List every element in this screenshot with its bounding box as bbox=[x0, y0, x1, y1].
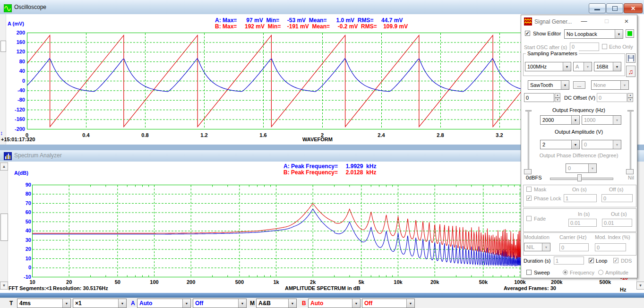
scope-y-tick-label: 160 bbox=[9, 39, 25, 45]
sweep-checkbox[interactable] bbox=[526, 270, 532, 275]
x-unit-label: Hz bbox=[620, 287, 626, 292]
amplitude-slider-thumb[interactable] bbox=[577, 174, 582, 181]
start-osc-input[interactable]: 0 bbox=[570, 43, 599, 51]
show-editor-checkbox[interactable] bbox=[525, 31, 530, 36]
spectrum-x-tick-label: 500k bbox=[595, 279, 616, 285]
restore-button[interactable] bbox=[606, 3, 623, 13]
dc-offset-input[interactable]: 0 bbox=[597, 93, 627, 102]
spectrum-left-scrollbar-thumb[interactable] bbox=[0, 214, 8, 241]
mask-label: Mask bbox=[534, 187, 546, 192]
fade-in-input[interactable]: 0.01 bbox=[568, 219, 597, 227]
freq-a-select[interactable]: 2000▼ bbox=[540, 115, 580, 125]
carrier-input[interactable]: 0 bbox=[559, 243, 589, 251]
sampling-channel-select[interactable]: A▼ bbox=[573, 62, 592, 71]
spectrum-stats-b: B: Peak Frequency= 2.0128 kHz bbox=[283, 169, 376, 176]
chevron-down-icon: ▼ bbox=[613, 140, 621, 149]
dbfs-label: 0dBFS bbox=[526, 175, 542, 180]
freq-slider-b-thumb[interactable] bbox=[626, 169, 634, 174]
music-button[interactable]: ♫ bbox=[626, 66, 635, 77]
signal-generator-title: Signal Gener... bbox=[534, 18, 572, 25]
scope-x-tick-label: 2.8 bbox=[430, 132, 451, 138]
duration-label: Duration (s) bbox=[524, 258, 550, 264]
freq-b-select[interactable]: 1000▼ bbox=[582, 115, 621, 125]
mask-off-input[interactable]: 0 bbox=[601, 194, 633, 202]
chevron-down-icon: ▼ bbox=[615, 30, 623, 38]
close-button[interactable]: ✕ bbox=[624, 3, 643, 13]
spectrum-y-tick-label: 50 bbox=[16, 219, 31, 224]
duration-input[interactable]: 1 bbox=[554, 257, 584, 265]
panel-close-button[interactable]: × bbox=[622, 17, 631, 25]
minimize-button[interactable] bbox=[589, 3, 606, 13]
dc-offset-spinner[interactable]: ▲▼ bbox=[627, 93, 633, 102]
chevron-down-icon: ▼ bbox=[584, 62, 592, 71]
b-mode-select[interactable]: Off▼ bbox=[362, 299, 415, 308]
fade-in-label: In (s) bbox=[578, 211, 590, 217]
level-spinner[interactable]: ▲▼ bbox=[555, 93, 560, 102]
phase-lock-checkbox[interactable] bbox=[526, 196, 532, 201]
chevron-down-icon: ▼ bbox=[588, 164, 596, 172]
scope-y-tick-label: -40 bbox=[9, 87, 25, 93]
spectrum-y-tick-label: 60 bbox=[16, 209, 31, 215]
output-amplitude-label: Output Amplitude (V) bbox=[521, 129, 636, 135]
chevron-down-icon: ▼ bbox=[613, 116, 621, 124]
phase-difference-label: Output Phase Difference (Degree) bbox=[521, 153, 636, 158]
sampling-bits-select[interactable]: 16Bit▼ bbox=[594, 62, 621, 71]
music-notes-icon: ♫ bbox=[628, 68, 633, 76]
spectrum-analyzer-icon bbox=[4, 152, 12, 162]
freq-slider-a-thumb[interactable] bbox=[524, 169, 532, 174]
scroll-up-button[interactable]: ▲ bbox=[0, 163, 8, 171]
sweep-label: Sweep bbox=[534, 270, 550, 275]
scope-y-tick-label: 40 bbox=[9, 68, 25, 74]
scroll-down-button-right[interactable]: ▼ bbox=[636, 282, 644, 290]
mask-off-label: Off (s) bbox=[609, 187, 623, 192]
panel-maximize-button[interactable]: □ bbox=[602, 17, 611, 25]
spin-up-icon: ▲ bbox=[555, 93, 560, 98]
loopback-select[interactable]: No Loopback▼ bbox=[564, 29, 623, 39]
mask-checkbox[interactable] bbox=[526, 187, 532, 192]
fade-out-input[interactable]: 0.01 bbox=[602, 219, 632, 227]
fade-out-label: Out (s) bbox=[611, 211, 627, 217]
spectrum-title: Spectrum Analyzer bbox=[14, 152, 62, 159]
scope-x-tick-label: 0.4 bbox=[76, 132, 96, 138]
mask-on-input[interactable]: 1 bbox=[564, 194, 597, 202]
amp-b-select[interactable]: 0▼ bbox=[582, 140, 621, 149]
spin-down-icon: ▼ bbox=[627, 98, 633, 103]
trigger-level-thumb[interactable] bbox=[0, 41, 6, 52]
sampling-rate-select[interactable]: 100MHz▼ bbox=[525, 62, 571, 71]
wave-type-select[interactable]: SawTooth▼ bbox=[528, 80, 569, 90]
panel-minimize-button[interactable]: — bbox=[580, 17, 588, 25]
save-button[interactable] bbox=[626, 53, 635, 63]
echo-only-checkbox[interactable] bbox=[602, 44, 607, 49]
sampling-parameters-label: Sampling Parameters bbox=[526, 51, 579, 56]
multiplier-select[interactable]: ×1▼ bbox=[73, 299, 127, 308]
green-indicator-icon bbox=[627, 31, 632, 36]
fade-checkbox[interactable] bbox=[526, 216, 532, 221]
mod-index-input[interactable]: 0 bbox=[595, 243, 626, 251]
spectrum-y-tick-label: 10 bbox=[16, 256, 31, 261]
signal-generator-icon bbox=[524, 17, 532, 26]
amplitude-radio-label: Amplitude bbox=[605, 270, 628, 275]
spectrum-ylabel: A(dB) bbox=[14, 170, 28, 176]
bottom-toolbar: T 4ms▼ ×1▼ A Auto▼ Off▼ M A&B▼ B Auto▼ O… bbox=[0, 298, 644, 308]
modulation-type-select[interactable]: NIL▼ bbox=[524, 243, 550, 251]
dc-offset-label: DC Offset (V) bbox=[564, 95, 595, 101]
frequency-radio[interactable] bbox=[563, 270, 568, 275]
dds-checkbox[interactable] bbox=[613, 258, 618, 263]
amplitude-radio[interactable] bbox=[598, 270, 603, 275]
b-trigger-select[interactable]: Auto▼ bbox=[308, 299, 361, 308]
more-button[interactable]: ... bbox=[573, 81, 585, 89]
scope-x-tick-label: 1.6 bbox=[253, 132, 274, 138]
amp-a-select[interactable]: 2▼ bbox=[540, 140, 580, 149]
phase-select[interactable]: 0▼ bbox=[566, 163, 597, 173]
chevron-down-icon: ▼ bbox=[352, 299, 360, 308]
output-indicator-button[interactable] bbox=[626, 29, 634, 38]
spin-down-icon: ▼ bbox=[555, 98, 560, 103]
a-mode-select[interactable]: Off▼ bbox=[193, 299, 247, 308]
scroll-down-button[interactable]: ▼ bbox=[0, 282, 8, 290]
level-input[interactable]: 0 bbox=[524, 93, 554, 102]
a-trigger-select[interactable]: Auto▼ bbox=[137, 299, 191, 308]
m-source-select[interactable]: A&B▼ bbox=[256, 299, 297, 308]
timebase-select[interactable]: 4ms▼ bbox=[17, 299, 71, 308]
window-function-select[interactable]: None▼ bbox=[591, 80, 629, 90]
loop-checkbox[interactable] bbox=[589, 258, 594, 263]
